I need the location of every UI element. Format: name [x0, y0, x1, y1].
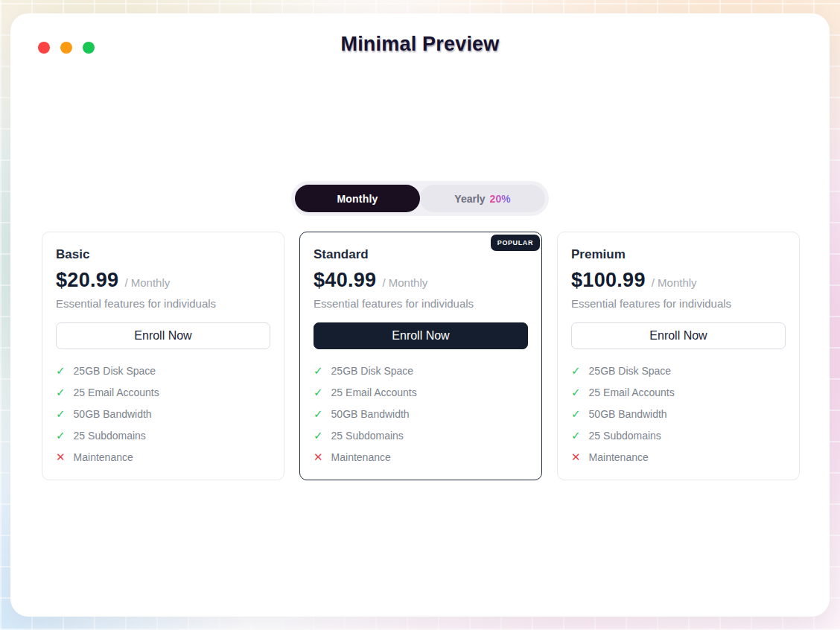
plan-price-row: $40.99 / Monthly	[314, 269, 528, 292]
check-icon: ✓	[314, 386, 323, 398]
check-icon: ✓	[571, 430, 581, 442]
monthly-toggle-button[interactable]: Monthly	[295, 185, 420, 212]
plan-name: Basic	[56, 247, 270, 262]
plan-price: $40.99	[314, 269, 376, 292]
plan-description: Essential features for individuals	[314, 297, 528, 310]
feature-text: 50GB Bandwidth	[331, 408, 410, 420]
plan-card-basic: Basic $20.99 / Monthly Essential feature…	[42, 232, 284, 480]
yearly-toggle-button[interactable]: Yearly 20%	[420, 185, 545, 212]
feature-text: 50GB Bandwidth	[589, 408, 667, 420]
feature-item: ✕Maintenance	[56, 451, 270, 463]
feature-list: ✓25GB Disk Space ✓25 Email Accounts ✓50G…	[571, 365, 786, 463]
check-icon: ✓	[314, 365, 323, 377]
plan-card-premium: Premium $100.99 / Monthly Essential feat…	[557, 232, 800, 480]
plan-card-standard: POPULAR Standard $40.99 / Monthly Essent…	[299, 232, 542, 480]
feature-text: 25 Subdomains	[74, 430, 146, 442]
pricing-cards-row: Basic $20.99 / Monthly Essential feature…	[42, 232, 800, 480]
billing-toggle-wrap: Monthly Yearly 20%	[10, 181, 830, 216]
feature-text: 25 Email Accounts	[74, 386, 159, 398]
plan-price: $100.99	[571, 269, 646, 292]
billing-toggle: Monthly Yearly 20%	[291, 181, 549, 216]
feature-item: ✓25 Email Accounts	[56, 386, 270, 398]
plan-description: Essential features for individuals	[571, 297, 786, 310]
feature-text: 25 Subdomains	[331, 430, 404, 442]
feature-item: ✓25GB Disk Space	[314, 365, 528, 377]
check-icon: ✓	[56, 386, 66, 398]
cross-icon: ✕	[314, 451, 323, 463]
feature-item: ✕Maintenance	[314, 451, 528, 463]
popular-badge: POPULAR	[491, 235, 540, 251]
plan-period: / Monthly	[382, 276, 427, 289]
feature-text: 25GB Disk Space	[74, 365, 156, 377]
feature-text: 25 Email Accounts	[589, 386, 675, 398]
feature-text: Maintenance	[74, 451, 133, 463]
check-icon: ✓	[571, 408, 581, 420]
yearly-label: Yearly	[454, 193, 485, 205]
feature-item: ✓25GB Disk Space	[56, 365, 270, 377]
check-icon: ✓	[56, 365, 66, 377]
plan-period: / Monthly	[652, 276, 697, 289]
feature-text: 25 Email Accounts	[331, 386, 417, 398]
feature-item: ✓50GB Bandwidth	[314, 408, 528, 420]
plan-price: $20.99	[56, 269, 118, 292]
feature-item: ✕Maintenance	[571, 451, 786, 463]
plan-period: / Monthly	[124, 276, 170, 289]
enroll-button-premium[interactable]: Enroll Now	[571, 322, 786, 349]
feature-text: 25 Subdomains	[589, 430, 661, 442]
feature-text: Maintenance	[331, 451, 391, 463]
plan-name: Premium	[571, 247, 786, 262]
page-title: Minimal Preview	[10, 33, 830, 56]
feature-list: ✓25GB Disk Space ✓25 Email Accounts ✓50G…	[56, 365, 270, 463]
feature-list: ✓25GB Disk Space ✓25 Email Accounts ✓50G…	[314, 365, 528, 463]
feature-item: ✓25 Email Accounts	[571, 386, 786, 398]
feature-text: Maintenance	[589, 451, 649, 463]
preview-window: Minimal Preview Monthly Yearly 20% Basic…	[10, 13, 830, 617]
check-icon: ✓	[571, 365, 581, 377]
check-icon: ✓	[56, 408, 66, 420]
feature-text: 25GB Disk Space	[331, 365, 414, 377]
feature-item: ✓25 Subdomains	[314, 430, 528, 442]
enroll-button-standard[interactable]: Enroll Now	[314, 322, 528, 349]
feature-item: ✓25GB Disk Space	[571, 365, 786, 377]
feature-item: ✓50GB Bandwidth	[571, 408, 786, 420]
cross-icon: ✕	[56, 451, 66, 463]
feature-text: 25GB Disk Space	[589, 365, 672, 377]
plan-description: Essential features for individuals	[56, 297, 270, 310]
plan-price-row: $20.99 / Monthly	[56, 269, 270, 292]
feature-item: ✓25 Subdomains	[571, 430, 786, 442]
feature-item: ✓25 Email Accounts	[314, 386, 528, 398]
check-icon: ✓	[571, 386, 581, 398]
cross-icon: ✕	[571, 451, 581, 463]
enroll-button-basic[interactable]: Enroll Now	[56, 322, 270, 349]
feature-item: ✓50GB Bandwidth	[56, 408, 270, 420]
check-icon: ✓	[56, 430, 66, 442]
feature-item: ✓25 Subdomains	[56, 430, 270, 442]
yearly-discount-badge: 20%	[490, 193, 511, 205]
plan-price-row: $100.99 / Monthly	[571, 269, 786, 292]
check-icon: ✓	[314, 430, 323, 442]
feature-text: 50GB Bandwidth	[74, 408, 152, 420]
check-icon: ✓	[314, 408, 323, 420]
